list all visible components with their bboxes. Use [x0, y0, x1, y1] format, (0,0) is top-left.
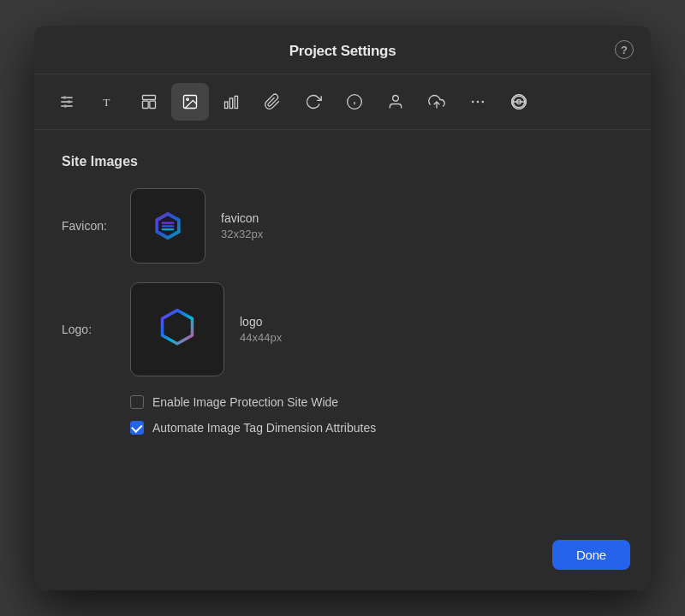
- content-area: Site Images Favicon:: [34, 130, 651, 526]
- image-dimensions-row: Automate Image Tag Dimension Attributes: [62, 421, 623, 435]
- toolbar-btn-more[interactable]: [459, 83, 497, 121]
- svg-point-20: [472, 101, 474, 104]
- image-dimensions-label[interactable]: Automate Image Tag Dimension Attributes: [152, 421, 376, 435]
- toolbar: T: [34, 74, 651, 130]
- favicon-info: favicon 32x32px: [221, 211, 263, 240]
- svg-rect-29: [162, 225, 175, 227]
- image-dimensions-checkbox[interactable]: [130, 421, 144, 435]
- svg-point-21: [477, 101, 480, 104]
- favicon-row: Favicon:: [62, 188, 623, 264]
- image-protection-label[interactable]: Enable Image Protection Site Wide: [152, 395, 338, 409]
- svg-point-22: [482, 101, 485, 104]
- svg-text:T: T: [103, 96, 110, 109]
- svg-rect-30: [162, 228, 175, 230]
- done-button[interactable]: Done: [552, 540, 630, 570]
- svg-rect-12: [225, 102, 228, 109]
- svg-rect-28: [162, 222, 175, 224]
- project-settings-dialog: Project Settings ? T: [34, 26, 651, 590]
- favicon-thumbnail[interactable]: [130, 188, 206, 264]
- favicon-label: Favicon:: [62, 219, 130, 233]
- svg-point-3: [63, 96, 67, 99]
- help-button[interactable]: ?: [615, 40, 634, 59]
- toolbar-btn-user[interactable]: [377, 83, 414, 121]
- footer: Done: [34, 526, 651, 590]
- image-protection-row: Enable Image Protection Site Wide: [62, 395, 623, 409]
- favicon-dimensions: 32x32px: [221, 228, 263, 240]
- title-bar: Project Settings ?: [34, 26, 651, 74]
- svg-point-11: [187, 98, 189, 101]
- logo-dimensions: 44x44px: [240, 331, 282, 344]
- toolbar-btn-sliders[interactable]: [48, 83, 86, 121]
- logo-thumbnail[interactable]: [130, 282, 224, 376]
- logo-info: logo 44x44px: [240, 315, 282, 344]
- logo-name: logo: [240, 315, 282, 329]
- svg-rect-13: [229, 98, 232, 109]
- favicon-name: favicon: [221, 211, 263, 225]
- dialog-title: Project Settings: [289, 43, 396, 60]
- toolbar-btn-attachment[interactable]: [253, 83, 291, 121]
- logo-label: Logo:: [62, 323, 130, 336]
- svg-point-18: [393, 96, 399, 102]
- favicon-icon: [149, 207, 187, 245]
- toolbar-btn-refresh[interactable]: [295, 83, 332, 121]
- image-protection-checkbox[interactable]: [130, 395, 144, 409]
- toolbar-btn-chart[interactable]: [212, 83, 250, 121]
- svg-marker-31: [163, 311, 193, 344]
- svg-point-4: [68, 100, 71, 104]
- svg-rect-9: [150, 101, 156, 108]
- svg-rect-14: [235, 96, 237, 108]
- section-title: Site Images: [62, 154, 623, 169]
- toolbar-btn-upload[interactable]: [418, 83, 456, 121]
- toolbar-btn-layout[interactable]: [130, 83, 168, 121]
- logo-icon: [153, 305, 201, 353]
- toolbar-btn-info[interactable]: [336, 83, 373, 121]
- toolbar-btn-text[interactable]: T: [89, 83, 127, 121]
- toolbar-btn-wordpress[interactable]: [500, 83, 538, 121]
- logo-row: Logo: logo: [62, 282, 623, 376]
- svg-point-5: [64, 104, 68, 108]
- svg-rect-7: [143, 96, 156, 100]
- toolbar-btn-images[interactable]: [171, 83, 209, 121]
- svg-rect-8: [143, 101, 149, 108]
